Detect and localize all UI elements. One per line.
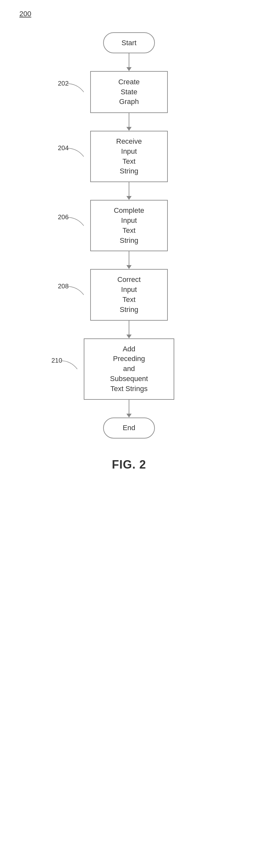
arrow-line-2 — [129, 113, 129, 127]
arrow-5 — [126, 321, 132, 338]
svg-text:206: 206 — [58, 213, 68, 221]
svg-text:210: 210 — [51, 357, 62, 364]
figure-caption: FIG. 2 — [112, 458, 146, 471]
diagram-container: 200 Start 202 Create State Graph — [0, 0, 258, 485]
step-208-wrapper: 208 Correct Input Text String — [90, 269, 168, 320]
arrow-line-5 — [129, 321, 129, 335]
step-202-box: Create State Graph — [90, 71, 168, 113]
step-210-box: Add Preceding and Subsequent Text String… — [84, 338, 174, 400]
arrow-4 — [126, 251, 132, 269]
figure-number: 200 — [20, 10, 31, 18]
arrow-head-6 — [126, 414, 132, 417]
arrow-1 — [126, 53, 132, 71]
start-node: Start — [103, 32, 155, 53]
step-206-wrapper: 206 Complete Input Text String — [90, 200, 168, 251]
step-202-wrapper: 202 Create State Graph — [90, 71, 168, 113]
arrow-head-5 — [126, 335, 132, 338]
label-curve-202: 202 — [58, 79, 87, 105]
arrow-6 — [126, 400, 132, 417]
arrow-head-1 — [126, 67, 132, 71]
svg-text:208: 208 — [58, 283, 68, 290]
svg-text:202: 202 — [58, 80, 68, 87]
arrow-head-3 — [126, 196, 132, 200]
label-curve-208: 208 — [58, 282, 87, 308]
label-curve-206: 206 — [58, 213, 87, 239]
arrow-line-3 — [129, 182, 129, 196]
arrow-line-1 — [129, 53, 129, 67]
arrow-2 — [126, 113, 132, 131]
end-node: End — [103, 417, 155, 438]
arrow-3 — [126, 182, 132, 200]
arrow-head-2 — [126, 127, 132, 131]
step-204-box: Receive Input Text String — [90, 131, 168, 182]
label-curve-204: 204 — [58, 144, 87, 169]
arrow-line-6 — [129, 400, 129, 414]
step-206-box: Complete Input Text String — [90, 200, 168, 251]
arrow-line-4 — [129, 251, 129, 265]
step-204-wrapper: 204 Receive Input Text String — [90, 131, 168, 182]
step-210-wrapper: 210 Add Preceding and Subsequent Text St… — [84, 338, 174, 400]
step-208-box: Correct Input Text String — [90, 269, 168, 320]
flowchart: Start 202 Create State Graph 204 — [84, 32, 174, 471]
svg-text:204: 204 — [58, 144, 68, 151]
arrow-head-4 — [126, 265, 132, 269]
label-curve-210: 210 — [51, 356, 81, 382]
